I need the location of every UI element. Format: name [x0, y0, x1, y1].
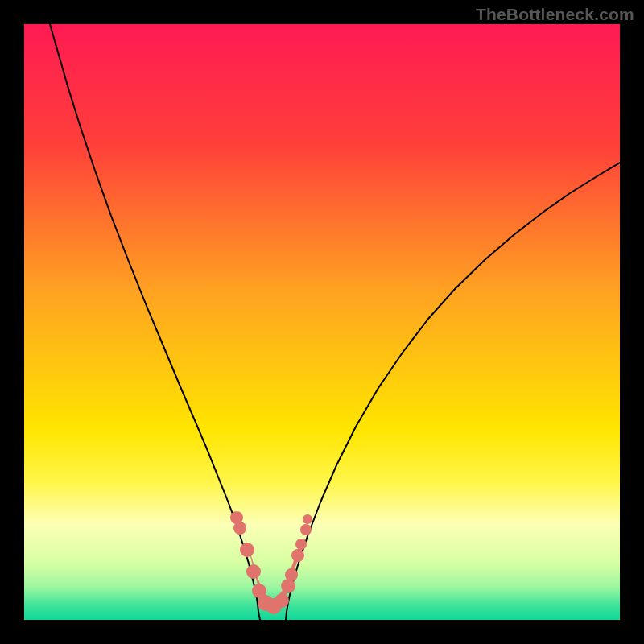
- trough-band: [236, 523, 306, 608]
- curve-right: [286, 163, 620, 620]
- chart-curves: [24, 24, 620, 620]
- chart-frame: TheBottleneck.com: [0, 0, 644, 644]
- watermark-text: TheBottleneck.com: [476, 5, 634, 24]
- marker-dot: [281, 579, 295, 593]
- plot-area: [24, 24, 620, 620]
- marker-dot: [233, 522, 246, 535]
- marker-dot: [295, 539, 307, 550]
- marker-dot: [285, 568, 298, 581]
- marker-dot: [291, 549, 304, 562]
- marker-dot: [275, 593, 289, 608]
- marker-dot: [300, 524, 312, 535]
- marker-dot: [246, 564, 261, 579]
- marker-dot: [240, 543, 254, 557]
- marker-dot: [303, 514, 312, 524]
- curve-left: [50, 24, 260, 620]
